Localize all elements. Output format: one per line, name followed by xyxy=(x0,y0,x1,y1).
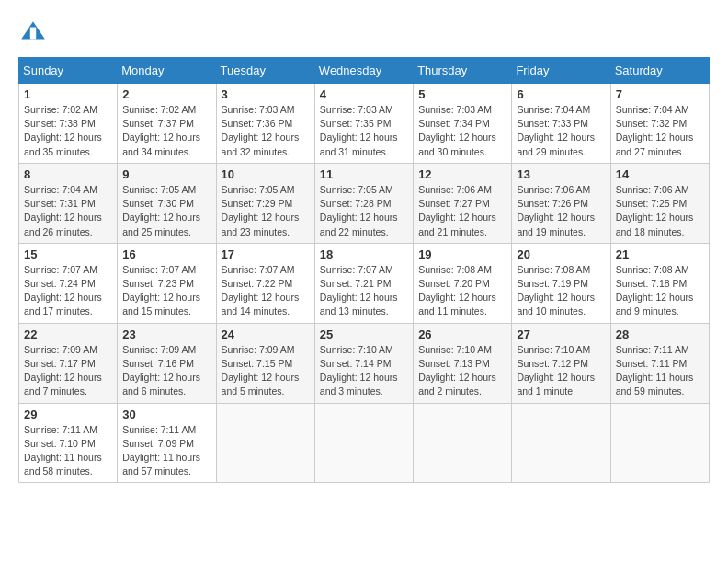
calendar-cell xyxy=(512,403,610,483)
calendar-cell: 11Sunrise: 7:05 AM Sunset: 7:28 PM Dayli… xyxy=(314,163,413,243)
day-info: Sunrise: 7:10 AM Sunset: 7:14 PM Dayligh… xyxy=(320,343,408,399)
calendar-cell: 17Sunrise: 7:07 AM Sunset: 7:22 PM Dayli… xyxy=(216,243,314,323)
page-header xyxy=(18,18,710,48)
calendar-cell xyxy=(610,403,709,483)
calendar-cell: 26Sunrise: 7:10 AM Sunset: 7:13 PM Dayli… xyxy=(414,323,512,403)
day-info: Sunrise: 7:11 AM Sunset: 7:09 PM Dayligh… xyxy=(122,423,210,479)
calendar-cell: 2Sunrise: 7:02 AM Sunset: 7:37 PM Daylig… xyxy=(118,84,216,164)
day-number: 5 xyxy=(418,87,506,101)
svg-rect-1 xyxy=(30,28,36,40)
day-number: 11 xyxy=(320,167,408,181)
calendar-week-row: 1Sunrise: 7:02 AM Sunset: 7:38 PM Daylig… xyxy=(19,84,710,164)
calendar-cell: 1Sunrise: 7:02 AM Sunset: 7:38 PM Daylig… xyxy=(19,84,118,164)
day-number: 23 xyxy=(122,327,210,341)
calendar-cell: 24Sunrise: 7:09 AM Sunset: 7:15 PM Dayli… xyxy=(216,323,314,403)
day-number: 10 xyxy=(222,167,310,181)
day-number: 17 xyxy=(222,247,310,261)
day-info: Sunrise: 7:05 AM Sunset: 7:30 PM Dayligh… xyxy=(122,183,210,239)
calendar-week-row: 15Sunrise: 7:07 AM Sunset: 7:24 PM Dayli… xyxy=(19,243,710,323)
day-info: Sunrise: 7:08 AM Sunset: 7:18 PM Dayligh… xyxy=(616,263,704,319)
weekday-header-saturday: Saturday xyxy=(610,58,709,84)
day-info: Sunrise: 7:06 AM Sunset: 7:26 PM Dayligh… xyxy=(517,183,605,239)
day-info: Sunrise: 7:02 AM Sunset: 7:38 PM Dayligh… xyxy=(24,103,112,159)
weekday-header-sunday: Sunday xyxy=(19,58,118,84)
day-info: Sunrise: 7:04 AM Sunset: 7:33 PM Dayligh… xyxy=(517,103,605,159)
day-number: 6 xyxy=(517,87,605,101)
calendar-cell xyxy=(216,403,314,483)
day-number: 4 xyxy=(320,87,408,101)
day-info: Sunrise: 7:06 AM Sunset: 7:27 PM Dayligh… xyxy=(418,183,506,239)
day-info: Sunrise: 7:05 AM Sunset: 7:28 PM Dayligh… xyxy=(320,183,408,239)
day-number: 27 xyxy=(517,327,605,341)
day-number: 14 xyxy=(616,167,704,181)
day-info: Sunrise: 7:09 AM Sunset: 7:15 PM Dayligh… xyxy=(222,343,310,399)
calendar-week-row: 29Sunrise: 7:11 AM Sunset: 7:10 PM Dayli… xyxy=(19,403,710,483)
day-number: 28 xyxy=(616,327,704,341)
day-number: 24 xyxy=(222,327,310,341)
calendar-cell: 21Sunrise: 7:08 AM Sunset: 7:18 PM Dayli… xyxy=(610,243,709,323)
day-number: 7 xyxy=(616,87,704,101)
logo-icon xyxy=(18,18,48,48)
day-number: 29 xyxy=(24,408,112,421)
day-info: Sunrise: 7:11 AM Sunset: 7:11 PM Dayligh… xyxy=(616,343,704,399)
day-number: 1 xyxy=(24,87,112,101)
calendar-cell: 14Sunrise: 7:06 AM Sunset: 7:25 PM Dayli… xyxy=(610,163,709,243)
day-info: Sunrise: 7:09 AM Sunset: 7:16 PM Dayligh… xyxy=(122,343,210,399)
calendar-cell: 29Sunrise: 7:11 AM Sunset: 7:10 PM Dayli… xyxy=(19,403,118,483)
day-info: Sunrise: 7:02 AM Sunset: 7:37 PM Dayligh… xyxy=(122,103,210,159)
day-info: Sunrise: 7:03 AM Sunset: 7:36 PM Dayligh… xyxy=(222,103,310,159)
calendar-cell: 12Sunrise: 7:06 AM Sunset: 7:27 PM Dayli… xyxy=(414,163,512,243)
day-number: 18 xyxy=(320,247,408,261)
day-number: 2 xyxy=(122,87,210,101)
calendar-cell: 15Sunrise: 7:07 AM Sunset: 7:24 PM Dayli… xyxy=(19,243,118,323)
weekday-header-row: SundayMondayTuesdayWednesdayThursdayFrid… xyxy=(19,58,710,84)
weekday-header-friday: Friday xyxy=(512,58,610,84)
day-number: 16 xyxy=(122,247,210,261)
calendar-cell: 23Sunrise: 7:09 AM Sunset: 7:16 PM Dayli… xyxy=(118,323,216,403)
day-info: Sunrise: 7:09 AM Sunset: 7:17 PM Dayligh… xyxy=(24,343,112,399)
weekday-header-monday: Monday xyxy=(118,58,216,84)
calendar-week-row: 8Sunrise: 7:04 AM Sunset: 7:31 PM Daylig… xyxy=(19,163,710,243)
calendar-cell: 8Sunrise: 7:04 AM Sunset: 7:31 PM Daylig… xyxy=(19,163,118,243)
calendar-week-row: 22Sunrise: 7:09 AM Sunset: 7:17 PM Dayli… xyxy=(19,323,710,403)
weekday-header-wednesday: Wednesday xyxy=(314,58,413,84)
day-number: 20 xyxy=(517,247,605,261)
day-number: 19 xyxy=(418,247,506,261)
calendar-cell: 18Sunrise: 7:07 AM Sunset: 7:21 PM Dayli… xyxy=(314,243,413,323)
calendar-cell: 9Sunrise: 7:05 AM Sunset: 7:30 PM Daylig… xyxy=(118,163,216,243)
calendar-cell: 4Sunrise: 7:03 AM Sunset: 7:35 PM Daylig… xyxy=(314,84,413,164)
day-number: 26 xyxy=(418,327,506,341)
day-info: Sunrise: 7:04 AM Sunset: 7:32 PM Dayligh… xyxy=(616,103,704,159)
calendar-table: SundayMondayTuesdayWednesdayThursdayFrid… xyxy=(18,57,710,483)
calendar-cell: 5Sunrise: 7:03 AM Sunset: 7:34 PM Daylig… xyxy=(414,84,512,164)
day-number: 22 xyxy=(24,327,112,341)
day-info: Sunrise: 7:08 AM Sunset: 7:19 PM Dayligh… xyxy=(517,263,605,319)
day-info: Sunrise: 7:10 AM Sunset: 7:13 PM Dayligh… xyxy=(418,343,506,399)
calendar-cell xyxy=(314,403,413,483)
day-info: Sunrise: 7:08 AM Sunset: 7:20 PM Dayligh… xyxy=(418,263,506,319)
day-info: Sunrise: 7:07 AM Sunset: 7:24 PM Dayligh… xyxy=(24,263,112,319)
day-number: 12 xyxy=(418,167,506,181)
day-info: Sunrise: 7:10 AM Sunset: 7:12 PM Dayligh… xyxy=(517,343,605,399)
calendar-cell: 25Sunrise: 7:10 AM Sunset: 7:14 PM Dayli… xyxy=(314,323,413,403)
calendar-cell: 7Sunrise: 7:04 AM Sunset: 7:32 PM Daylig… xyxy=(610,84,709,164)
day-number: 15 xyxy=(24,247,112,261)
calendar-cell: 28Sunrise: 7:11 AM Sunset: 7:11 PM Dayli… xyxy=(610,323,709,403)
day-info: Sunrise: 7:06 AM Sunset: 7:25 PM Dayligh… xyxy=(616,183,704,239)
day-number: 25 xyxy=(320,327,408,341)
calendar-cell: 6Sunrise: 7:04 AM Sunset: 7:33 PM Daylig… xyxy=(512,84,610,164)
day-info: Sunrise: 7:07 AM Sunset: 7:21 PM Dayligh… xyxy=(320,263,408,319)
day-info: Sunrise: 7:05 AM Sunset: 7:29 PM Dayligh… xyxy=(222,183,310,239)
calendar-cell: 30Sunrise: 7:11 AM Sunset: 7:09 PM Dayli… xyxy=(118,403,216,483)
day-number: 9 xyxy=(122,167,210,181)
day-number: 3 xyxy=(222,87,310,101)
weekday-header-tuesday: Tuesday xyxy=(216,58,314,84)
calendar-cell xyxy=(414,403,512,483)
calendar-cell: 27Sunrise: 7:10 AM Sunset: 7:12 PM Dayli… xyxy=(512,323,610,403)
day-info: Sunrise: 7:03 AM Sunset: 7:35 PM Dayligh… xyxy=(320,103,408,159)
weekday-header-thursday: Thursday xyxy=(414,58,512,84)
day-info: Sunrise: 7:04 AM Sunset: 7:31 PM Dayligh… xyxy=(24,183,112,239)
calendar-cell: 19Sunrise: 7:08 AM Sunset: 7:20 PM Dayli… xyxy=(414,243,512,323)
day-info: Sunrise: 7:11 AM Sunset: 7:10 PM Dayligh… xyxy=(24,423,112,479)
day-number: 13 xyxy=(517,167,605,181)
